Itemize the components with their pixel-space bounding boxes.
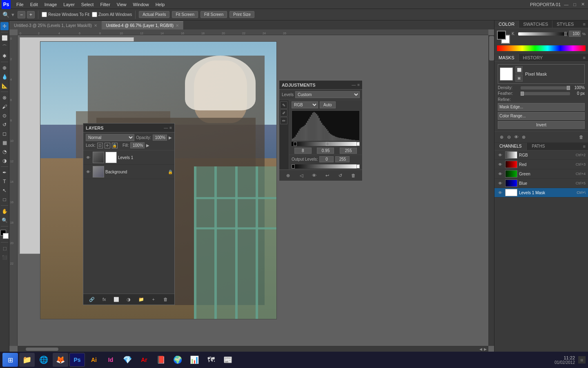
taskbar-illustrator[interactable]: Ai [86,353,102,367]
tab-swatches[interactable]: SWATCHES [519,20,552,28]
adj-eye-btn[interactable]: 👁 [310,172,318,179]
tab-styles[interactable]: STYLES [552,20,578,28]
input-black-val[interactable] [294,148,312,154]
maximize-btn[interactable]: □ [572,2,578,7]
quick-mask-tool[interactable]: ⬚ [0,244,9,252]
resize-windows-input[interactable] [42,12,47,17]
pen-tool[interactable]: ✒ [0,168,9,177]
ps-logo[interactable]: Ps [2,0,11,9]
fit-screen-btn[interactable]: Fit Screen [172,11,198,18]
taskbar-chrome[interactable]: 🌍 [170,353,185,367]
layer-delete-btn[interactable]: 🗑 [162,296,169,303]
adj-clip-btn[interactable]: ⊕ [284,172,292,179]
menu-view[interactable]: View [114,1,130,8]
layers-panel-minimize[interactable]: — [164,126,168,130]
input-black-handle[interactable] [294,142,297,146]
brush-tool[interactable]: 🖌 [0,103,9,111]
zoom-out-btn[interactable]: − [18,11,25,18]
input-white-handle[interactable] [356,142,360,146]
gradient-tool[interactable]: ▦ [0,139,9,147]
zoom-tool-icon[interactable]: 🔍 [2,11,9,18]
layers-panel-options[interactable]: ≡ [169,126,172,130]
channel-red[interactable]: 👁 Red Ctrl+3 [494,160,588,169]
tab-history[interactable]: HISTORY [519,54,547,61]
k-handle[interactable] [564,32,567,36]
layer-background[interactable]: 👁 Background 🔒 [83,165,174,179]
menu-layer[interactable]: Layer [60,1,78,8]
adjustments-header[interactable]: ADJUSTMENTS — ≡ [279,81,362,90]
menu-edit[interactable]: Edit [27,1,41,8]
layer-background-eye[interactable]: 👁 [85,168,91,175]
start-button[interactable]: ⊞ [2,353,18,367]
layer-mask-btn[interactable]: ⬜ [113,296,120,303]
taskbar-app5[interactable]: 💎 [120,353,135,367]
density-slider[interactable] [521,86,570,90]
close-btn[interactable]: ✕ [579,2,586,7]
zoom-all-check[interactable]: Zoom All Windows [92,12,132,17]
tab-close-1[interactable]: ✕ [94,23,97,28]
adj-minimize-btn[interactable]: — [352,83,356,87]
marquee-tool[interactable]: ⬜ [0,34,9,42]
adj-eyedropper-white[interactable]: ✏ [280,117,287,124]
scrollbar-vertical[interactable] [488,35,494,346]
input-mid-handle[interactable] [326,142,329,146]
clone-tool[interactable]: ⊙ [0,112,9,120]
channels-panel-options[interactable]: ≡ [581,143,588,150]
layer-adj-btn[interactable]: ◑ [125,296,132,303]
menu-filter[interactable]: Filter [97,1,113,8]
tab-color[interactable]: COLOR [494,20,519,28]
menu-image[interactable]: Image [41,1,60,8]
layer-levels1-eye[interactable]: 👁 [85,154,91,161]
output-white-handle[interactable] [356,164,360,168]
print-size-btn[interactable]: Print Size [229,11,254,18]
channel-green[interactable]: 👁 Green Ctrl+4 [494,169,588,179]
menu-file[interactable]: File [13,1,27,8]
background-color[interactable] [3,233,9,239]
scrollbar-v-thumb[interactable] [489,36,494,61]
mask-icon3[interactable]: 👁 [512,133,520,141]
density-handle[interactable] [567,86,570,90]
pixel-mask-item[interactable]: ⬜ ▣ Pixel Mask [498,64,585,84]
taskbar-app6[interactable]: 📕 [153,353,169,367]
scroll-right-btn[interactable]: ▶ [484,347,487,351]
adj-options-btn[interactable]: ≡ [357,83,360,87]
output-black-handle[interactable] [292,164,295,168]
channel-select[interactable]: RGB [292,101,318,108]
adj-prev-btn[interactable]: ◁ [297,172,305,179]
zoom-expand-icon[interactable]: ▼ [11,12,15,17]
tab-close-2[interactable]: ✕ [176,23,179,28]
layer-fx-btn[interactable]: fx [100,296,108,303]
scroll-left-btn[interactable]: ◀ [479,347,482,351]
adj-preset-select[interactable]: Custom [295,91,360,98]
adj-delete-btn[interactable]: 🗑 [349,172,357,179]
scrollbar-horizontal[interactable]: ◀ ▶ [18,346,488,352]
screen-mode-tool[interactable]: ⬛ [0,253,9,261]
taskbar-acrobat[interactable]: Ar [136,353,152,367]
taskbar-app9[interactable]: 📰 [220,353,236,367]
color-panel-options[interactable]: ≡ [581,20,588,28]
lasso-tool[interactable]: ⌒ [0,43,9,51]
fill-expand[interactable]: ▶ [146,143,149,148]
tab-untitled3[interactable]: Untitled-3 @ 25% (Levels 1, Layer Mask/8… [9,21,102,29]
taskbar-app7[interactable]: 📊 [187,353,202,367]
layer-levels1[interactable]: 👁 Levels 1 [83,150,174,165]
tab-channels[interactable]: CHANNELS [494,143,527,150]
ch-mask-eye[interactable]: 👁 [497,189,503,196]
taskbar-indesign[interactable]: Id [103,353,118,367]
dodge-tool[interactable]: ◑ [0,157,9,165]
fg-swatch[interactable] [497,31,506,40]
history-brush[interactable]: ↺ [0,121,9,129]
zoom-in-btn[interactable]: + [27,11,35,18]
ch-green-eye[interactable]: 👁 [497,171,503,177]
opacity-expand[interactable]: ▶ [169,135,172,140]
crop-tool[interactable]: ⊕ [0,64,9,72]
auto-btn[interactable]: Auto [320,101,336,108]
eyedropper-tool[interactable]: 💧 [0,73,9,81]
taskbar-browser1[interactable]: 🌐 [36,353,51,367]
channel-blue[interactable]: 👁 Blue Ctrl+5 [494,179,588,188]
tab-untitled4[interactable]: Untitled-4 @ 66.7% (Layer 1, RGB/8) ✕ [102,21,183,29]
ch-rgb-eye[interactable]: 👁 [497,152,503,158]
menu-window[interactable]: Window [130,1,152,8]
layers-panel-header[interactable]: LAYERS — ≡ [83,123,174,132]
menu-help[interactable]: Help [152,1,168,8]
